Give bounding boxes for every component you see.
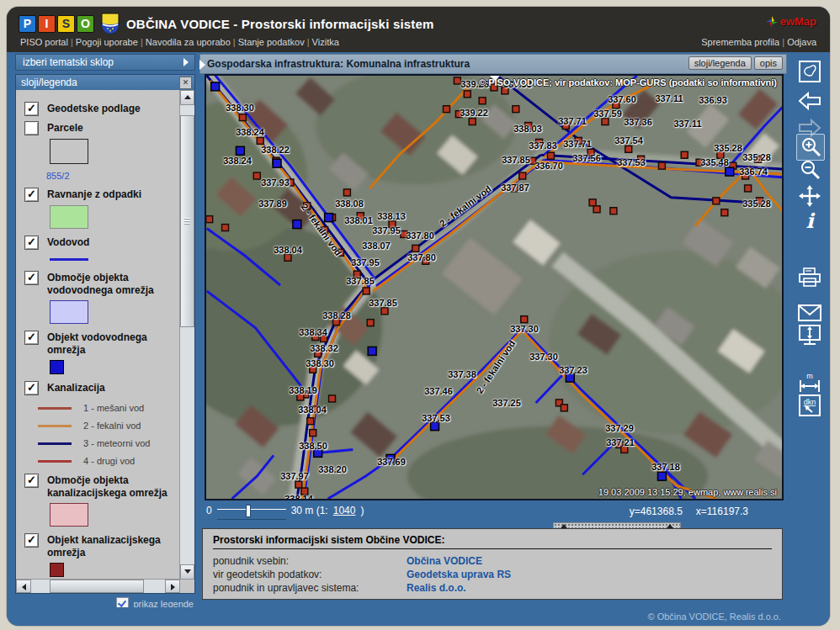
measure-button[interactable]: m	[796, 370, 823, 395]
menu-item[interactable]: Pogoji uporabe	[68, 37, 138, 47]
checkbox-checked-icon[interactable]: ✓	[24, 533, 39, 548]
menu-item[interactable]: PISO portal	[20, 37, 68, 47]
scale-slider[interactable]	[217, 509, 286, 520]
checkbox-checked-icon[interactable]: ✓	[24, 474, 39, 488]
overview-map-button[interactable]	[796, 59, 823, 84]
print-button[interactable]	[796, 265, 823, 290]
checkbox-checked-icon[interactable]: ✓	[24, 236, 39, 250]
elevation-label: 335.28	[742, 152, 771, 162]
map-viewport[interactable]: 338.30338.24338.22338.24337.93337.89338.…	[205, 74, 784, 500]
checkbox-checked-icon[interactable]: ✓	[24, 102, 39, 116]
horizontal-scrollbar[interactable]	[16, 579, 180, 593]
zoom-out-button[interactable]	[796, 157, 823, 183]
layer-label: Ravnanje z odpadki	[47, 188, 141, 201]
menu-item[interactable]: Stanje podatkov	[231, 37, 305, 47]
topic-selector[interactable]: izberi tematski sklop	[15, 54, 195, 71]
layer-label: Geodetske podlage	[47, 102, 141, 115]
content: izberi tematski sklop sloji/legenda ✕ ✓G…	[7, 52, 830, 607]
close-icon[interactable]: ✕	[179, 77, 192, 89]
info-panel: Prostorski informacijski sistem Občine V…	[202, 528, 783, 600]
elevation-label: 338.24	[236, 127, 264, 137]
info-row-value-link[interactable]: Realis d.o.o.	[407, 581, 466, 595]
user-menu: Sprememba profilaOdjava	[701, 37, 816, 50]
legend-symbol-square-blue	[50, 360, 64, 374]
elevation-label: 338.30	[226, 103, 254, 113]
elevation-label: 337.30	[529, 352, 558, 362]
menu-item[interactable]: Vizitka	[305, 37, 339, 47]
dkn-button[interactable]: dkn	[796, 393, 823, 418]
elevation-label: 337.87	[501, 183, 529, 193]
menu-item[interactable]: Odjava	[779, 37, 816, 47]
elevation-label: 338.14	[284, 494, 313, 500]
checkbox-checked-icon[interactable]: ✓	[24, 188, 39, 202]
info-button[interactable]: i	[796, 208, 823, 233]
back-arrow-button[interactable]	[796, 88, 823, 114]
scroll-down-button[interactable]	[180, 564, 194, 580]
checkbox-checked-icon[interactable]: ✓	[24, 381, 39, 395]
info-row-label: vir geodetskih podatkov:	[213, 568, 407, 581]
layer-row: ✓Ravnanje z odpadki	[24, 188, 180, 229]
collapse-left-icon[interactable]	[199, 60, 205, 70]
info-panel-title: Prostorski informacijski sistem Občine V…	[213, 534, 772, 549]
pipeline-type-label: 2 - fekalni vod	[475, 338, 518, 395]
piso-logo[interactable]: PISO	[19, 15, 94, 33]
app-window: PISO OBČINA VODICE - Prostorski informac…	[7, 7, 830, 626]
info-row-value-link[interactable]: Geodetska uprava RS	[407, 568, 511, 581]
sidebar: izberi tematski sklop sloji/legenda ✕ ✓G…	[15, 54, 195, 607]
scroll-left-button[interactable]	[16, 580, 31, 593]
elevation-label: 337.56	[572, 153, 601, 163]
page-title: OBČINA VODICE - Prostorski informacijski…	[126, 17, 434, 31]
scale-text-close: )	[360, 505, 364, 516]
elevation-label: 338.22	[261, 145, 290, 155]
map-column: Gospodarska infrastruktura: Komunalna in…	[199, 52, 787, 607]
scale-slider-thumb[interactable]	[246, 505, 251, 517]
checkbox-checked-icon[interactable]: ✓	[24, 331, 39, 345]
elevation-label: 337.95	[351, 257, 380, 267]
elevation-label: 338.08	[335, 199, 364, 209]
scroll-up-button[interactable]	[180, 90, 194, 105]
legend-sub-label: 3 - meteorni vod	[83, 438, 150, 448]
elevation-label: 338.03	[513, 124, 542, 134]
map-statusbar: 0 30 m (1: 1040 ) y=461368.5 x=116197.3	[199, 502, 787, 522]
elevation-label: 337.11	[655, 93, 683, 103]
scrollbar-thumb[interactable]	[50, 580, 144, 593]
scroll-right-button[interactable]	[165, 580, 180, 593]
menu-item[interactable]: Sprememba profila	[701, 37, 779, 47]
elevation-label: 338.04	[298, 405, 327, 415]
layer-label: Vodovod	[47, 236, 89, 249]
elevation-label: 337.21	[606, 437, 635, 447]
menu-item[interactable]: Navodila za uporabo	[138, 37, 231, 47]
map-toolbar: i m dkn	[789, 52, 830, 607]
legend-sub-label: 2 - fekalni vod	[83, 421, 141, 431]
municipality-crest-icon	[101, 13, 120, 34]
scale-text: 30 m (1:	[291, 505, 328, 516]
pan-button[interactable]	[796, 183, 823, 209]
elevation-label: 337.18	[651, 462, 680, 472]
main-menu: PISO portalPogoji uporabeNavodila za upo…	[20, 37, 339, 50]
layer-row: ✓Kanalizacija1 - mešani vod2 - fekalni v…	[24, 381, 180, 466]
piso-logo-letter: S	[57, 15, 75, 33]
description-button[interactable]: opis	[754, 56, 783, 70]
elevation-label: 338.34	[299, 327, 327, 337]
elevation-label: 337.85	[369, 298, 397, 308]
mail-button[interactable]	[796, 300, 823, 326]
legend-sub-item: 3 - meteorni vod	[38, 438, 180, 448]
legend-line-symbol	[38, 425, 72, 427]
elevation-label: 337.38	[448, 369, 476, 379]
info-row-value-link[interactable]: Občina VODICE	[407, 554, 482, 568]
pipeline-type-label: 2 - fekalni vod	[438, 183, 493, 229]
checkbox-unchecked-icon[interactable]	[24, 121, 39, 135]
legend-panel-body: ✓Geodetske podlageParcele855/2✓Ravnanje …	[16, 90, 194, 593]
info-row-label: ponudnik in upravljavec sistema:	[213, 581, 407, 595]
scale-value-link[interactable]: 1040	[333, 505, 356, 516]
elevation-label: 338.19	[289, 385, 317, 395]
header: PISO OBČINA VODICE - Prostorski informac…	[7, 7, 830, 52]
vertical-scrollbar[interactable]	[179, 90, 194, 580]
collapse-top-icon[interactable]	[489, 75, 501, 81]
layers-legend-button[interactable]: sloji/legenda	[688, 56, 752, 70]
elevation-label: 335.48	[700, 157, 729, 167]
checkbox-checked-icon[interactable]: ✓	[24, 271, 39, 285]
scrollbar-thumb[interactable]	[180, 115, 194, 327]
topic-selector-label: izberi tematski sklop	[23, 56, 114, 68]
fit-screen-button[interactable]	[796, 323, 823, 348]
